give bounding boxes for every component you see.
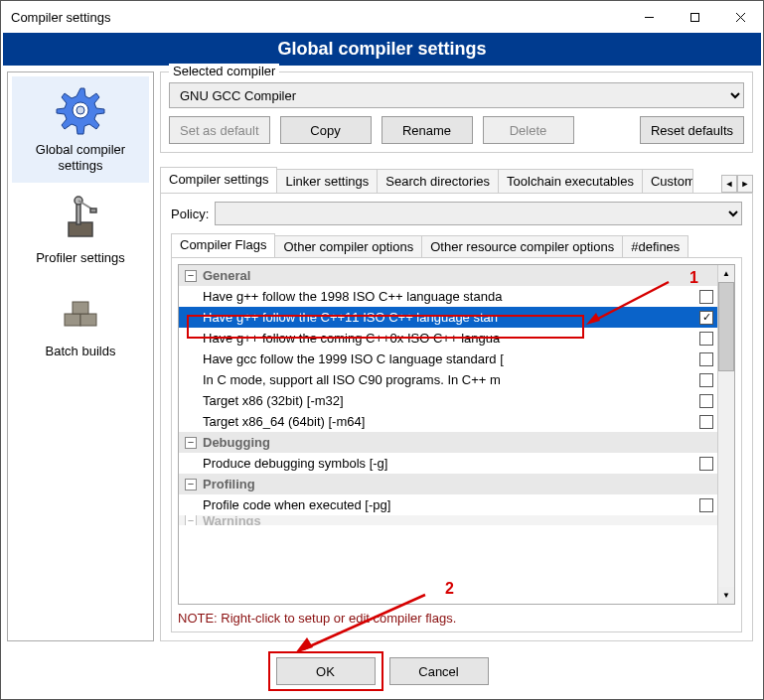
flag-row[interactable]: Have g++ follow the coming C++0x ISO C++… <box>179 328 717 349</box>
flag-row[interactable]: Produce debugging symbols [-g] <box>179 453 717 474</box>
checkbox[interactable] <box>699 352 713 366</box>
flag-row[interactable]: Have g++ follow the 1998 ISO C++ languag… <box>179 286 717 307</box>
cancel-button[interactable]: Cancel <box>389 657 489 685</box>
tab-linker-settings[interactable]: Linker settings <box>276 169 378 193</box>
checkbox[interactable] <box>699 498 713 512</box>
sidebar-item-batch-builds[interactable]: Batch builds <box>12 278 149 369</box>
inner-tab-defines[interactable]: #defines <box>622 235 688 257</box>
collapse-icon[interactable]: − <box>185 515 197 525</box>
sidebar-item-label: Global compiler settings <box>14 142 147 173</box>
policy-select[interactable] <box>215 202 742 225</box>
scroll-up-button[interactable]: ▲ <box>718 265 734 282</box>
scroll-thumb[interactable] <box>718 282 734 371</box>
note-text: NOTE: Right-click to setup or edit compi… <box>178 611 735 626</box>
flag-row-selected[interactable]: Have g++ follow the C++11 ISO C++ langua… <box>179 307 717 328</box>
selected-compiler-group: Selected compiler GNU GCC Compiler Set a… <box>160 71 753 153</box>
reset-defaults-button[interactable]: Reset defaults <box>640 116 744 144</box>
window-title: Compiler settings <box>11 10 626 25</box>
rename-button[interactable]: Rename <box>382 116 473 144</box>
svg-rect-10 <box>90 209 96 212</box>
flag-row[interactable]: Profile code when executed [-pg] <box>179 494 717 515</box>
svg-rect-1 <box>690 13 698 21</box>
sidebar-item-label: Batch builds <box>46 344 116 359</box>
collapse-icon[interactable]: − <box>185 437 197 449</box>
svg-point-6 <box>76 106 84 114</box>
profiler-icon <box>53 191 108 246</box>
close-button[interactable] <box>717 2 763 32</box>
collapse-icon[interactable]: − <box>185 270 197 282</box>
outer-tab-strip: Compiler settings Linker settings Search… <box>160 167 753 193</box>
checkbox[interactable] <box>699 332 713 346</box>
set-default-button[interactable]: Set as default <box>169 116 270 144</box>
checkbox[interactable] <box>699 290 713 304</box>
ok-button[interactable]: OK <box>276 657 376 685</box>
tab-search-directories[interactable]: Search directories <box>377 169 499 193</box>
scroll-down-button[interactable]: ▼ <box>718 587 734 604</box>
flags-list: −General Have g++ follow the 1998 ISO C+… <box>178 264 735 605</box>
checkbox[interactable] <box>699 373 713 387</box>
policy-label: Policy: <box>171 207 209 221</box>
flag-group-debugging[interactable]: −Debugging <box>179 432 717 453</box>
flag-group-warnings[interactable]: −Warnings <box>179 515 717 525</box>
gear-icon <box>53 82 108 138</box>
flag-row[interactable]: Target x86_64 (64bit) [-m64] <box>179 411 717 432</box>
compiler-select[interactable]: GNU GCC Compiler <box>169 82 744 108</box>
group-title: Selected compiler <box>169 64 279 78</box>
inner-tab-strip: Compiler Flags Other compiler options Ot… <box>171 233 742 257</box>
delete-button[interactable]: Delete <box>483 116 574 144</box>
maximize-button[interactable] <box>672 2 717 32</box>
sidebar-item-global-compiler-settings[interactable]: Global compiler settings <box>12 76 149 183</box>
scrollbar[interactable]: ▲ ▼ <box>717 265 734 604</box>
flag-group-general[interactable]: −General <box>179 265 717 286</box>
tab-custom[interactable]: Custom <box>642 169 693 193</box>
inner-tab-other-compiler-options[interactable]: Other compiler options <box>274 235 422 257</box>
tab-compiler-settings[interactable]: Compiler settings <box>160 167 277 193</box>
flag-row[interactable]: Have gcc follow the 1999 ISO C language … <box>179 349 717 369</box>
sidebar: Global compiler settings Profiler settin… <box>7 71 154 641</box>
checkbox[interactable] <box>699 457 713 471</box>
svg-rect-11 <box>65 314 80 326</box>
svg-rect-13 <box>73 302 88 314</box>
checkbox-checked[interactable]: ✓ <box>699 311 713 325</box>
flag-group-profiling[interactable]: −Profiling <box>179 474 717 494</box>
inner-tab-compiler-flags[interactable]: Compiler Flags <box>171 233 275 257</box>
sidebar-item-label: Profiler settings <box>36 250 125 266</box>
tab-scroll-right[interactable]: ► <box>737 175 753 193</box>
tab-toolchain-executables[interactable]: Toolchain executables <box>498 169 643 193</box>
bricks-icon <box>53 284 108 340</box>
flag-row[interactable]: Target x86 (32bit) [-m32] <box>179 390 717 411</box>
tab-scroll-left[interactable]: ◄ <box>721 175 737 193</box>
copy-button[interactable]: Copy <box>280 116 372 144</box>
sidebar-item-profiler-settings[interactable]: Profiler settings <box>12 185 149 276</box>
footer: OK Cancel <box>1 647 763 699</box>
flag-row[interactable]: In C mode, support all ISO C90 programs.… <box>179 369 717 390</box>
inner-tab-other-resource-options[interactable]: Other resource compiler options <box>421 235 623 257</box>
banner-title: Global compiler settings <box>3 33 761 66</box>
checkbox[interactable] <box>699 415 713 429</box>
titlebar: Compiler settings <box>1 1 763 33</box>
checkbox[interactable] <box>699 394 713 408</box>
minimize-button[interactable] <box>626 2 672 32</box>
svg-rect-12 <box>80 314 96 326</box>
collapse-icon[interactable]: − <box>185 479 197 490</box>
